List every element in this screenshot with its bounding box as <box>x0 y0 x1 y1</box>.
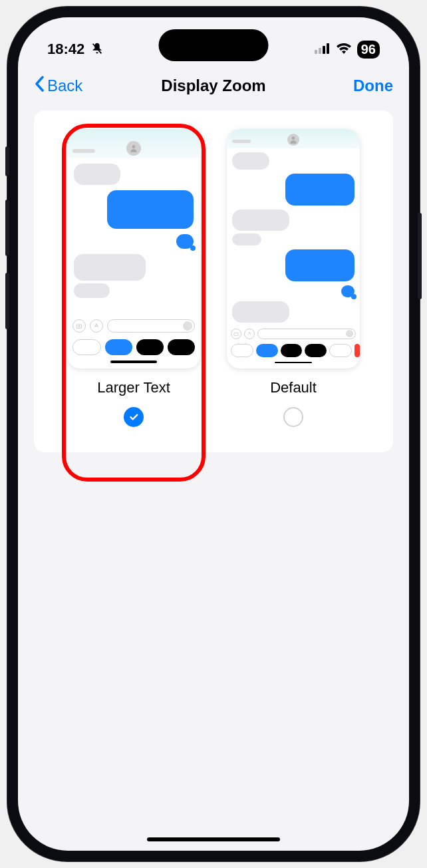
wifi-icon <box>336 41 352 58</box>
dock-app-icon <box>72 339 101 355</box>
dynamic-island <box>159 29 269 61</box>
message-bubble <box>74 254 146 281</box>
option-label: Larger Text <box>97 379 170 396</box>
preview-back-placeholder <box>232 140 251 143</box>
option-larger-text[interactable]: Larger Text <box>67 129 200 427</box>
svg-point-7 <box>292 136 295 140</box>
battery-indicator: 96 <box>357 41 380 59</box>
message-bubble <box>107 190 194 229</box>
page-title: Display Zoom <box>114 76 313 95</box>
options-card: Larger Text <box>34 110 393 452</box>
typing-indicator-icon <box>176 234 194 249</box>
message-input-placeholder <box>107 319 195 333</box>
message-bubble <box>232 210 289 231</box>
dock-app-icon <box>355 344 360 357</box>
chevron-left-icon <box>34 76 45 96</box>
typing-indicator-icon <box>341 285 355 297</box>
status-left: 18:42 <box>47 41 104 58</box>
side-button <box>5 200 9 256</box>
avatar-icon <box>287 134 299 146</box>
preview-chat-area <box>227 148 360 327</box>
preview-default <box>227 129 360 368</box>
message-bubble <box>232 301 289 323</box>
preview-back-placeholder <box>72 149 95 153</box>
done-button[interactable]: Done <box>313 76 393 95</box>
dock-app-icon <box>136 339 164 355</box>
dock-app-icon <box>329 344 352 357</box>
home-indicator[interactable] <box>147 837 280 841</box>
radio-selected[interactable] <box>124 407 144 427</box>
dock-app-icon <box>105 339 132 355</box>
dock-app-icon <box>168 339 195 355</box>
iphone-frame: 18:42 <box>7 7 420 861</box>
svg-rect-0 <box>315 50 317 54</box>
preview-header <box>67 129 200 158</box>
back-label: Back <box>47 76 82 95</box>
message-input-placeholder <box>257 329 356 339</box>
message-bubble <box>74 164 120 185</box>
message-bubble <box>232 233 261 245</box>
mic-icon <box>346 330 353 337</box>
svg-point-4 <box>132 145 136 148</box>
side-button <box>5 273 9 329</box>
svg-rect-3 <box>327 43 329 54</box>
camera-icon <box>231 329 241 339</box>
preview-chat-area <box>67 158 200 317</box>
app-store-icon <box>90 319 103 333</box>
dock-app-icon <box>305 344 326 357</box>
status-right: 96 <box>315 41 380 59</box>
preview-larger-text <box>67 129 200 368</box>
silent-mode-icon <box>90 42 104 57</box>
option-default[interactable]: Default <box>227 129 360 427</box>
side-button <box>418 213 422 299</box>
message-bubble <box>285 249 355 281</box>
svg-rect-2 <box>323 46 325 54</box>
message-bubble <box>232 152 269 170</box>
dock-app-icon <box>281 344 302 357</box>
back-button[interactable]: Back <box>34 76 114 96</box>
message-bubble <box>285 174 355 206</box>
camera-icon <box>72 319 86 333</box>
navigation-bar: Back Display Zoom Done <box>18 64 409 110</box>
option-label: Default <box>270 379 317 396</box>
message-bubble <box>74 283 110 298</box>
svg-rect-1 <box>319 48 321 54</box>
svg-point-6 <box>78 325 80 327</box>
preview-home-indicator <box>110 361 157 363</box>
avatar-icon <box>126 141 141 156</box>
app-store-icon <box>244 329 255 339</box>
mic-icon <box>183 321 192 331</box>
svg-rect-8 <box>234 333 238 335</box>
preview-dock <box>67 335 200 358</box>
preview-input-bar <box>227 327 360 341</box>
side-button <box>5 146 9 176</box>
preview-home-indicator <box>275 362 312 363</box>
status-time: 18:42 <box>47 41 84 58</box>
checkmark-icon <box>128 412 139 422</box>
preview-input-bar <box>67 317 200 335</box>
cellular-signal-icon <box>315 41 331 58</box>
radio-unselected[interactable] <box>283 407 303 427</box>
preview-header <box>227 129 360 148</box>
preview-dock <box>227 341 360 359</box>
dock-app-icon <box>231 344 253 357</box>
dock-app-icon <box>256 344 277 357</box>
svg-rect-5 <box>76 325 82 328</box>
